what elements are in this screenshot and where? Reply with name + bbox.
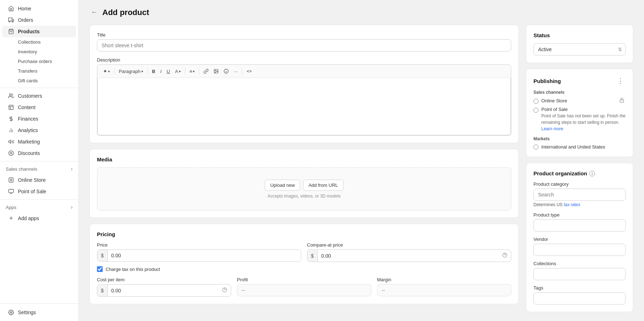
sidebar-item-products[interactable]: Products bbox=[2, 26, 76, 37]
description-textarea[interactable] bbox=[97, 78, 511, 135]
vendor-input[interactable] bbox=[533, 244, 626, 256]
sidebar-item-settings[interactable]: Settings bbox=[2, 307, 76, 318]
sidebar-item-gift-cards[interactable]: Gift cards bbox=[2, 76, 76, 86]
sidebar-item-orders[interactable]: Orders bbox=[2, 14, 76, 26]
page-title: Add product bbox=[102, 8, 149, 17]
sidebar-item-home[interactable]: Home bbox=[2, 3, 76, 14]
sidebar-item-pos[interactable]: Point of Sale bbox=[2, 186, 76, 197]
sidebar-item-finances-label: Finances bbox=[18, 116, 38, 122]
publishing-title: Publishing bbox=[533, 78, 561, 84]
apps-header: Apps › bbox=[0, 202, 78, 213]
toolbar-more-btn[interactable]: ··· bbox=[231, 67, 240, 76]
chevron-down-icon-align: ▾ bbox=[193, 69, 195, 73]
description-editor: ✦ ▾ Paragraph ▾ B I U bbox=[97, 64, 511, 136]
product-org-info-icon[interactable]: i bbox=[589, 171, 595, 176]
svg-rect-33 bbox=[620, 100, 624, 102]
sidebar-item-finances[interactable]: Finances bbox=[2, 113, 76, 125]
sidebar-item-customers[interactable]: Customers bbox=[2, 90, 76, 102]
sidebar-item-add-apps-label: Add apps bbox=[18, 215, 39, 221]
product-org-card: Product organization i Product category … bbox=[526, 163, 633, 312]
collections-field: Collections bbox=[533, 261, 626, 280]
cost-input[interactable] bbox=[108, 285, 219, 296]
collections-input[interactable] bbox=[533, 268, 626, 280]
sidebar-item-online-store[interactable]: Online Store bbox=[2, 174, 76, 186]
upload-new-button[interactable]: Upload new bbox=[265, 180, 300, 191]
finances-icon bbox=[8, 116, 14, 122]
channel-online-store-icon-btn[interactable] bbox=[618, 98, 626, 104]
svg-point-16 bbox=[10, 152, 10, 152]
toolbar-ai-btn[interactable]: ✦ ▾ bbox=[101, 67, 112, 76]
toolbar-emoji-btn[interactable] bbox=[221, 67, 231, 75]
add-from-url-button[interactable]: Add from URL bbox=[303, 180, 343, 191]
price-input[interactable] bbox=[108, 250, 301, 261]
charge-tax-checkbox[interactable] bbox=[97, 266, 103, 272]
toolbar-code-btn[interactable]: <> bbox=[244, 67, 254, 75]
toolbar-italic-btn[interactable]: I bbox=[158, 67, 164, 76]
plus-icon: + bbox=[8, 215, 14, 222]
back-button[interactable]: ← bbox=[89, 7, 99, 18]
page-header: ← Add product bbox=[89, 7, 633, 18]
market-intl-us: International and United States bbox=[533, 144, 626, 150]
title-input[interactable] bbox=[97, 39, 511, 52]
collections-label: Collections bbox=[533, 261, 626, 266]
learn-more-link[interactable]: Learn more bbox=[541, 126, 563, 131]
title-field-label: Title bbox=[97, 32, 511, 38]
paragraph-label: Paragraph bbox=[119, 69, 141, 74]
profit-label: Profit bbox=[237, 277, 371, 282]
side-column: Status Active Draft Archived ⇅ Publishin… bbox=[526, 25, 633, 312]
media-dropzone[interactable]: Upload new Add from URL Accepts images, … bbox=[97, 167, 511, 210]
sidebar-item-inventory[interactable]: Inventory bbox=[2, 47, 76, 57]
sales-channels-sub-label: Sales channels bbox=[533, 90, 626, 95]
channel-pos-name: Point of Sale bbox=[541, 107, 626, 112]
cost-label: Cost per item bbox=[97, 277, 231, 282]
vendor-field: Vendor bbox=[533, 237, 626, 256]
online-store-icon bbox=[8, 177, 14, 183]
market-intl-us-radio[interactable] bbox=[533, 145, 538, 150]
toolbar-fontcolor-btn[interactable]: A ▾ bbox=[173, 67, 183, 76]
charge-tax-row: Charge tax on this product bbox=[97, 266, 511, 272]
compare-price-input[interactable] bbox=[318, 250, 499, 262]
publishing-more-btn[interactable]: ⋮ bbox=[615, 76, 626, 86]
description-toolbar: ✦ ▾ Paragraph ▾ B I U bbox=[97, 65, 511, 78]
sidebar-item-purchase-orders[interactable]: Purchase orders bbox=[2, 57, 76, 66]
product-category-input[interactable] bbox=[533, 189, 626, 201]
sidebar-item-collections[interactable]: Collections bbox=[2, 37, 76, 47]
sidebar-item-discounts[interactable]: Discounts bbox=[2, 147, 76, 159]
sidebar-item-marketing[interactable]: Marketing bbox=[2, 136, 76, 147]
channel-pos-radio[interactable] bbox=[533, 108, 538, 113]
marketing-icon bbox=[8, 138, 14, 145]
price-field: Price $ bbox=[97, 242, 301, 262]
toolbar-align-btn[interactable]: ≡ ▾ bbox=[187, 67, 197, 76]
help-icon-compare bbox=[499, 250, 511, 262]
sidebar-item-products-label: Products bbox=[18, 29, 40, 34]
tags-input[interactable] bbox=[533, 292, 626, 305]
cost-prefix: $ bbox=[97, 285, 108, 296]
price-prefix: $ bbox=[97, 250, 108, 261]
sidebar-item-content[interactable]: Content bbox=[2, 102, 76, 113]
charge-tax-label[interactable]: Charge tax on this product bbox=[106, 267, 160, 272]
sidebar-item-analytics[interactable]: Analytics bbox=[2, 125, 76, 136]
product-type-input[interactable] bbox=[533, 219, 626, 232]
toolbar-image-btn[interactable] bbox=[211, 67, 221, 75]
svg-marker-1 bbox=[12, 19, 14, 21]
channel-online-store-radio[interactable] bbox=[533, 99, 538, 104]
tax-rates-link[interactable]: tax rates bbox=[564, 202, 580, 207]
pricing-title: Pricing bbox=[97, 231, 511, 237]
title-card: Title Description ✦ ▾ Paragraph bbox=[89, 25, 519, 143]
vendor-label: Vendor bbox=[533, 237, 626, 242]
profit-input bbox=[237, 284, 371, 296]
toolbar-bold-btn[interactable]: B bbox=[150, 67, 157, 76]
sidebar-item-online-store-label: Online Store bbox=[18, 177, 46, 183]
toolbar-link-btn[interactable] bbox=[201, 67, 211, 75]
sidebar-item-transfers[interactable]: Transfers bbox=[2, 66, 76, 76]
sidebar-item-purchase-orders-label: Purchase orders bbox=[18, 59, 52, 64]
toolbar-underline-btn[interactable]: U bbox=[165, 67, 172, 76]
content-icon bbox=[8, 104, 14, 111]
svg-rect-20 bbox=[9, 189, 13, 193]
sidebar-item-add-apps[interactable]: + Add apps bbox=[2, 213, 76, 224]
media-card: Media Upload new Add from URL Accepts im… bbox=[89, 149, 519, 218]
main-content: ← Add product Title Description ✦ ▾ bbox=[79, 0, 644, 321]
status-select[interactable]: Active Draft Archived bbox=[533, 43, 626, 55]
toolbar-paragraph-btn[interactable]: Paragraph ▾ bbox=[117, 67, 145, 76]
sidebar-item-pos-label: Point of Sale bbox=[18, 189, 46, 194]
